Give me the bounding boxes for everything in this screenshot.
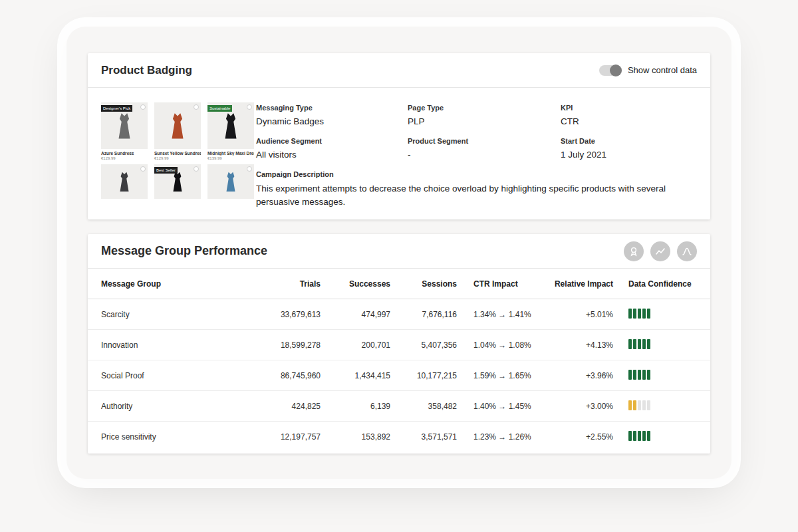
- wishlist-icon: [247, 104, 252, 110]
- product-image: Best Seller: [154, 164, 201, 199]
- cell-ctr-impact: 1.23% → 1.26%: [457, 432, 533, 442]
- cell-trials: 18,599,278: [201, 340, 321, 350]
- field-audience-segment: Audience Segment All visitors: [256, 137, 322, 160]
- product-image: Designer's Pick: [101, 102, 148, 149]
- cell-sessions: 10,177,215: [390, 371, 457, 380]
- dashboard-card: Product Badging Show control data Design…: [66, 27, 732, 479]
- data-confidence-bars: [628, 400, 650, 410]
- dress-image: [113, 111, 136, 142]
- cell-trials: 86,745,960: [201, 371, 321, 380]
- col-header-message-group: Message Group: [88, 279, 201, 289]
- cell-sessions: 3,571,571: [390, 432, 457, 442]
- show-control-data-toggle[interactable]: Show control data: [599, 65, 697, 76]
- table-row: Authority 424,825 6,139 358,482 1.40% → …: [88, 391, 710, 422]
- cell-message-group: Price sensitivity: [88, 432, 201, 442]
- product-thumbnail: [207, 164, 254, 199]
- product-image: Sustainable: [207, 102, 254, 149]
- cell-ctr-impact: 1.59% → 1.65%: [457, 371, 533, 380]
- product-image: [101, 164, 148, 199]
- field-start-date: Start Date 1 July 2021: [561, 137, 606, 160]
- table-row: Price sensitivity 12,197,757 153,892 3,5…: [88, 422, 710, 452]
- product-name: Sunset Yellow Sundress: [154, 151, 201, 156]
- campaign-description: Campaign Description This experiment att…: [256, 170, 698, 208]
- product-name: Midnight Sky Maxi Dres: [207, 151, 254, 156]
- product-name: Azure Sundress: [101, 151, 148, 156]
- data-confidence-bars: [628, 309, 650, 319]
- bell-curve-icon[interactable]: [677, 241, 697, 261]
- panel-title: Message Group Performance: [101, 244, 267, 258]
- product-price: €139.99: [207, 156, 254, 160]
- product-image: [207, 164, 254, 199]
- cell-message-group: Social Proof: [88, 371, 201, 380]
- table-header-row: Message Group Trials Successes Sessions …: [88, 269, 710, 299]
- cell-successes: 200,701: [321, 340, 390, 350]
- col-header-ctr-impact: CTR Impact: [457, 279, 533, 289]
- product-thumbnail: [101, 164, 148, 199]
- field-kpi: KPI CTR: [561, 104, 579, 126]
- cell-ctr-impact: 1.40% → 1.45%: [457, 402, 533, 411]
- cell-relative-impact: +2.55%: [533, 432, 613, 442]
- cell-ctr-impact: 1.04% → 1.08%: [457, 340, 533, 350]
- performance-toolbar: [624, 241, 697, 261]
- toggle-label: Show control data: [628, 65, 697, 75]
- wishlist-icon: [194, 166, 199, 172]
- product-caption: Azure Sundress €129.99: [101, 151, 148, 160]
- cell-sessions: 5,407,356: [390, 340, 457, 350]
- cell-successes: 1,434,415: [321, 371, 390, 380]
- cell-relative-impact: +5.01%: [533, 310, 613, 319]
- award-icon[interactable]: [624, 241, 644, 261]
- dress-image: [166, 111, 189, 142]
- product-price: €129.99: [154, 156, 201, 160]
- product-thumbnail: Sunset Yellow Sundress €129.99: [154, 102, 201, 160]
- field-product-segment: Product Segment -: [408, 137, 468, 160]
- cell-successes: 474,997: [321, 310, 390, 319]
- performance-header: Message Group Performance: [88, 234, 710, 269]
- wishlist-icon: [140, 166, 146, 172]
- dress-image: [169, 170, 186, 194]
- col-header-relative-impact: Relative Impact: [533, 279, 613, 289]
- dress-image: [222, 170, 239, 194]
- product-badging-panel: Product Badging Show control data Design…: [88, 53, 710, 219]
- dress-image: [219, 111, 242, 142]
- cell-sessions: 358,482: [390, 402, 457, 411]
- product-badge: Sustainable: [207, 105, 232, 112]
- col-header-successes: Successes: [321, 279, 390, 289]
- dress-image: [116, 170, 133, 194]
- data-confidence-bars: [628, 339, 650, 349]
- product-thumbnail: Designer's Pick Azure Sundress €129.99: [101, 102, 148, 160]
- cell-message-group: Scarcity: [88, 310, 201, 319]
- cell-relative-impact: +3.96%: [533, 371, 613, 380]
- toggle-knob[interactable]: [610, 65, 622, 76]
- product-caption: Sunset Yellow Sundress €129.99: [154, 151, 201, 160]
- wishlist-icon: [247, 166, 252, 172]
- table-row: Social Proof 86,745,960 1,434,415 10,177…: [88, 360, 710, 391]
- product-thumbnails-grid: Designer's Pick Azure Sundress €129.99 S…: [101, 102, 254, 199]
- table-row: Scarcity 33,679,613 474,997 7,676,116 1.…: [88, 299, 710, 330]
- field-messaging-type: Messaging Type Dynamic Badges: [256, 104, 324, 126]
- product-badging-header: Product Badging Show control data: [88, 53, 710, 88]
- cell-successes: 6,139: [321, 402, 390, 411]
- col-header-data-confidence: Data Confidence: [613, 279, 710, 289]
- wishlist-icon: [194, 104, 199, 110]
- product-image: [154, 102, 201, 149]
- cell-ctr-impact: 1.34% → 1.41%: [457, 310, 533, 319]
- cell-trials: 424,825: [201, 402, 321, 411]
- table-row: Innovation 18,599,278 200,701 5,407,356 …: [88, 330, 710, 360]
- data-confidence-bars: [628, 370, 650, 380]
- data-confidence-bars: [628, 431, 650, 441]
- field-page-type: Page Type PLP: [408, 104, 444, 126]
- trend-line-icon[interactable]: [650, 241, 670, 261]
- product-badge: Designer's Pick: [101, 105, 132, 112]
- cell-relative-impact: +4.13%: [533, 340, 613, 350]
- col-header-sessions: Sessions: [390, 279, 457, 289]
- cell-trials: 33,679,613: [201, 310, 321, 319]
- toggle-track[interactable]: [599, 65, 622, 76]
- product-thumbnail: Sustainable Midnight Sky Maxi Dres €139.…: [207, 102, 254, 160]
- message-group-performance-panel: Message Group Performance: [88, 234, 710, 454]
- cell-relative-impact: +3.00%: [533, 402, 613, 411]
- product-badge: Best Seller: [154, 167, 178, 174]
- product-price: €129.99: [101, 156, 148, 160]
- wishlist-icon: [140, 104, 146, 110]
- cell-message-group: Authority: [88, 402, 201, 411]
- cell-trials: 12,197,757: [201, 432, 321, 442]
